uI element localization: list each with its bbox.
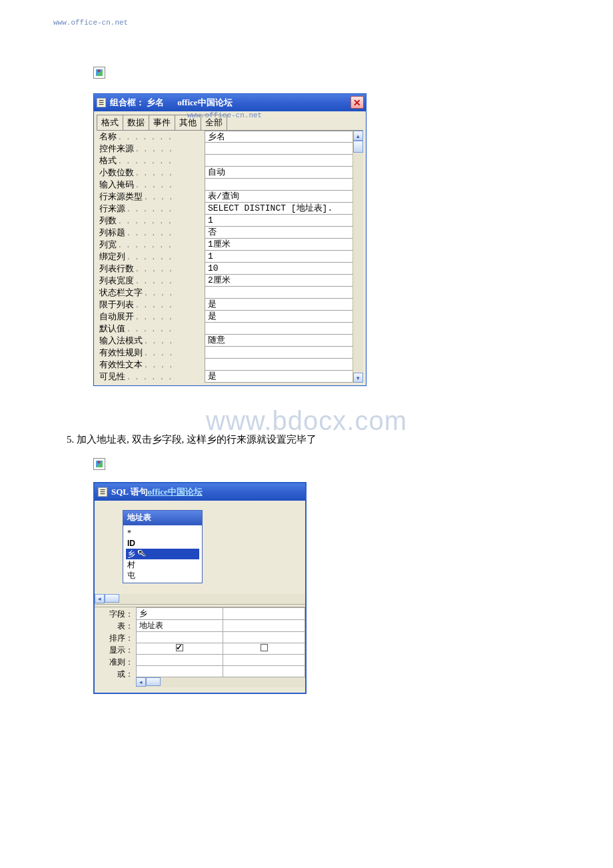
qbe-table-cell[interactable] <box>223 620 305 632</box>
property-value[interactable] <box>205 323 352 335</box>
property-row: 有效性文本 . . . . <box>97 359 363 371</box>
property-row: 列宽 . . . . . . . 1厘米 <box>97 239 363 251</box>
property-value[interactable]: 是 <box>205 311 352 323</box>
forum-label: office中国论坛 <box>177 97 232 109</box>
diagram-pane[interactable]: 地址表 * ID 乡 村 屯 ↖ <box>95 501 305 594</box>
property-value[interactable]: 1 <box>205 215 352 227</box>
property-value[interactable]: 1厘米 <box>205 239 352 251</box>
property-row: 输入掩码 . . . . . <box>97 179 363 191</box>
label-table: 表： <box>96 621 135 633</box>
property-label: 有效性规则 . . . . <box>97 347 205 359</box>
properties-list: ▴ ▾ 名称 . . . . . . . 乡名控件来源 . . . . . 格式… <box>97 131 363 383</box>
property-value[interactable] <box>205 287 352 299</box>
window-title: 组合框： 乡名 <box>110 97 164 109</box>
field-tun[interactable]: 屯 <box>126 570 199 581</box>
property-value[interactable]: 10 <box>205 263 352 275</box>
property-row: 可见性 . . . . . . 是 <box>97 371 363 383</box>
property-row: 行来源 . . . . . . SELECT DISTINCT [地址表]. <box>97 203 363 215</box>
property-label: 列数 . . . . . . . <box>97 215 205 227</box>
property-label: 行来源类型 . . . . <box>97 191 205 203</box>
field-cun[interactable]: 村 <box>126 559 199 570</box>
property-label: 小数位数 . . . . . <box>97 167 205 179</box>
qbe-hscroll[interactable]: ◂ <box>136 677 305 687</box>
property-row: 列标题 . . . . . . 否 <box>97 227 363 239</box>
qbe-sort-cell[interactable] <box>137 632 223 643</box>
scroll-down-button[interactable]: ▾ <box>353 373 363 383</box>
property-label: 列标题 . . . . . . <box>97 227 205 239</box>
qbe-field-cell[interactable]: 乡 <box>137 608 223 620</box>
qbe-show-cell[interactable] <box>223 643 305 655</box>
table-box[interactable]: 地址表 * ID 乡 村 屯 ↖ <box>123 510 203 583</box>
qbe-row-labels: 字段： 表： 排序： 显示： 准则： 或： <box>95 607 136 687</box>
scroll-thumb[interactable] <box>146 677 161 686</box>
property-value[interactable] <box>205 155 352 167</box>
titlebar: ☰ 组合框： 乡名 office中国论坛 ✕ <box>94 94 366 111</box>
field-star[interactable]: * <box>126 527 199 538</box>
checkbox-checked-icon[interactable] <box>176 644 183 651</box>
scroll-thumb[interactable] <box>105 594 119 603</box>
property-label: 名称 . . . . . . . <box>97 131 205 143</box>
property-value[interactable] <box>205 359 352 371</box>
property-row: 格式 . . . . . . . <box>97 155 363 167</box>
field-id[interactable]: ID <box>126 538 199 549</box>
property-label: 输入法模式 . . . . <box>97 335 205 347</box>
table-box-title: 地址表 <box>123 511 202 525</box>
qbe-table[interactable]: 乡 地址表 <box>136 607 305 677</box>
scroll-up-button[interactable]: ▴ <box>353 131 363 141</box>
property-row: 自动展开 . . . . . 是 <box>97 311 363 323</box>
property-label: 列表行数 . . . . . <box>97 263 205 275</box>
close-button[interactable]: ✕ <box>350 96 364 109</box>
placeholder-image-icon <box>93 458 105 470</box>
property-row: 限于列表 . . . . . 是 <box>97 299 363 311</box>
window-app-icon: ☰ <box>97 98 106 107</box>
property-row: 绑定列 . . . . . . 1 <box>97 251 363 263</box>
property-value[interactable]: 否 <box>205 227 352 239</box>
property-row: 名称 . . . . . . . 乡名 <box>97 131 363 143</box>
label-sort: 排序： <box>96 633 135 645</box>
window-app-icon: ☰ <box>98 487 107 497</box>
qbe-field-cell[interactable] <box>223 608 305 620</box>
tab-event[interactable]: 事件 <box>149 115 175 130</box>
tab-format[interactable]: 格式 <box>97 115 123 130</box>
property-label: 默认值 . . . . . . <box>97 323 205 335</box>
property-value[interactable] <box>205 347 352 359</box>
property-label: 列表宽度 . . . . . <box>97 275 205 287</box>
property-value[interactable]: 是 <box>205 371 352 383</box>
qbe-criteria-cell[interactable] <box>137 655 223 666</box>
diagram-hscroll[interactable]: ◂ <box>95 594 305 604</box>
property-label: 有效性文本 . . . . <box>97 359 205 371</box>
property-row: 列表行数 . . . . . 10 <box>97 263 363 275</box>
property-value[interactable]: 1 <box>205 251 352 263</box>
property-label: 列宽 . . . . . . . <box>97 239 205 251</box>
property-label: 输入掩码 . . . . . <box>97 179 205 191</box>
vscrollbar[interactable]: ▴ ▾ <box>352 131 363 383</box>
property-value[interactable]: SELECT DISTINCT [地址表]. <box>205 203 352 215</box>
property-value[interactable] <box>205 179 352 191</box>
qbe-criteria-cell[interactable] <box>223 655 305 666</box>
scroll-left-button[interactable]: ◂ <box>95 594 105 603</box>
qbe-or-cell[interactable] <box>223 666 305 677</box>
qbe-sort-cell[interactable] <box>223 632 305 643</box>
property-value[interactable] <box>205 143 352 155</box>
property-row: 行来源类型 . . . . 表/查询 <box>97 191 363 203</box>
qbe-show-cell[interactable] <box>137 643 223 655</box>
property-label: 限于列表 . . . . . <box>97 299 205 311</box>
property-value[interactable]: 乡名 <box>205 131 352 143</box>
checkbox-unchecked-icon[interactable] <box>261 644 268 651</box>
property-value[interactable]: 2厘米 <box>205 275 352 287</box>
property-value[interactable]: 自动 <box>205 167 352 179</box>
scroll-left-button[interactable]: ◂ <box>136 677 146 687</box>
property-value[interactable]: 随意 <box>205 335 352 347</box>
step-caption: 5. 加入地址表, 双击乡字段, 这样乡的行来源就设置完毕了 <box>67 433 546 446</box>
property-label: 行来源 . . . . . . <box>97 203 205 215</box>
property-value[interactable]: 表/查询 <box>205 191 352 203</box>
label-show: 显示： <box>96 645 135 657</box>
qbe-table-cell[interactable]: 地址表 <box>137 620 223 632</box>
placeholder-image-icon <box>93 67 105 79</box>
tab-data[interactable]: 数据 <box>123 115 149 130</box>
property-label: 可见性 . . . . . . <box>97 371 205 383</box>
scroll-thumb[interactable] <box>353 141 363 153</box>
qbe-or-cell[interactable] <box>137 666 223 677</box>
property-row: 默认值 . . . . . . <box>97 323 363 335</box>
property-value[interactable]: 是 <box>205 299 352 311</box>
